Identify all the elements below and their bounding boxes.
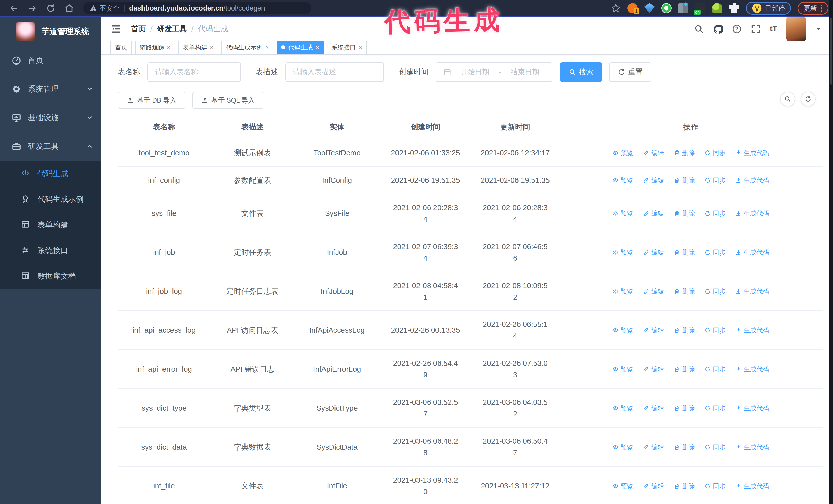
action-preview-link[interactable]: 预览 [612,364,633,374]
action-generate-link[interactable]: 生成代码 [735,175,769,185]
action-generate-link[interactable]: 生成代码 [735,286,769,296]
action-sync-link[interactable]: 同步 [705,364,725,374]
extensions-puzzle-icon[interactable] [729,3,739,13]
action-generate-link[interactable]: 生成代码 [735,442,769,452]
font-size-icon[interactable]: tT [770,24,777,34]
action-edit-link[interactable]: 编辑 [643,286,664,296]
close-icon[interactable]: × [210,44,214,51]
user-avatar[interactable] [786,17,806,41]
browser-back-icon[interactable] [8,3,20,14]
action-preview-link[interactable]: 预览 [612,247,633,257]
action-sync-link[interactable]: 同步 [705,247,725,257]
action-generate-link[interactable]: 生成代码 [735,481,769,491]
sidebar-subitem-2[interactable]: 表单构建 [0,212,101,238]
close-icon[interactable]: × [359,44,362,51]
tab-2[interactable]: 表单构建× [178,41,218,54]
action-generate-link[interactable]: 生成代码 [735,247,769,257]
extension-switch-icon[interactable]: on [695,3,705,13]
action-sync-link[interactable]: 同步 [705,209,725,218]
action-delete-link[interactable]: 删除 [674,442,695,452]
action-preview-link[interactable]: 预览 [612,325,633,335]
action-preview-link[interactable]: 预览 [612,286,633,296]
action-sync-link[interactable]: 同步 [705,481,725,491]
extension-key-icon[interactable] [712,3,722,13]
action-preview-link[interactable]: 预览 [612,148,633,158]
sidebar-subitem-4[interactable]: 数据库文档 [0,263,101,289]
action-edit-link[interactable]: 编辑 [643,364,664,374]
action-delete-link[interactable]: 删除 [674,325,695,335]
action-edit-link[interactable]: 编辑 [643,175,664,185]
action-delete-link[interactable]: 删除 [674,481,695,491]
sidebar-subitem-0[interactable]: 代码生成 [0,161,101,186]
sidebar-logo[interactable]: 芋道管理系统 [0,17,101,46]
action-sync-link[interactable]: 同步 [705,403,725,413]
header-search-icon[interactable] [694,24,704,34]
action-generate-link[interactable]: 生成代码 [735,403,769,413]
action-sync-link[interactable]: 同步 [705,286,725,296]
action-sync-link[interactable]: 同步 [705,442,725,452]
github-icon[interactable] [713,24,723,34]
table-desc-input[interactable]: 请输入表描述 [285,62,384,82]
browser-url-bar[interactable]: 不安全 dashboard.yudao.iocoder.cn/tool/code… [83,2,311,14]
tab-4[interactable]: 代码生成× [277,41,324,54]
extension-gem-icon[interactable] [644,3,654,13]
refresh-table-button[interactable] [801,92,815,106]
reset-button[interactable]: 重置 [609,62,651,82]
chevron-down-icon[interactable] [815,26,822,32]
tab-5[interactable]: 系统接口× [327,41,367,54]
hamburger-icon[interactable] [111,24,121,34]
action-generate-link[interactable]: 生成代码 [735,209,769,218]
browser-forward-icon[interactable] [27,3,38,14]
action-preview-link[interactable]: 预览 [612,442,633,452]
action-edit-link[interactable]: 编辑 [643,148,664,158]
extension-ublock-icon[interactable]: 1 [627,3,638,13]
action-preview-link[interactable]: 预览 [612,403,633,413]
help-icon[interactable] [732,24,742,34]
breadcrumb-tools[interactable]: 研发工具 [157,24,187,34]
action-delete-link[interactable]: 删除 [674,286,695,296]
action-delete-link[interactable]: 删除 [674,403,695,413]
sidebar-item-0[interactable]: 首页 [0,46,101,75]
action-delete-link[interactable]: 删除 [674,209,695,218]
action-sync-link[interactable]: 同步 [705,175,725,185]
tab-1[interactable]: 链路追踪× [135,41,175,54]
extension-panel-icon[interactable] [678,3,688,13]
action-preview-link[interactable]: 预览 [612,481,633,491]
action-delete-link[interactable]: 删除 [674,247,695,257]
action-edit-link[interactable]: 编辑 [643,481,664,491]
action-edit-link[interactable]: 编辑 [643,209,664,218]
browser-menu-icon[interactable] [821,5,823,12]
import-sql-button[interactable]: 基于 SQL 导入 [192,92,264,109]
toggle-search-button[interactable] [780,92,795,106]
close-icon[interactable]: × [265,44,269,51]
sidebar-item-3[interactable]: 研发工具 [0,132,101,161]
extension-check-icon[interactable] [661,3,671,13]
action-generate-link[interactable]: 生成代码 [735,325,769,335]
tab-3[interactable]: 代码生成示例× [221,41,273,54]
profile-paused-button[interactable]: 已暂停 [746,2,791,15]
action-sync-link[interactable]: 同步 [705,325,725,335]
action-generate-link[interactable]: 生成代码 [735,148,769,158]
tab-0[interactable]: 首页 [111,41,132,54]
table-name-input[interactable]: 请输入表名称 [147,62,241,82]
browser-update-button[interactable]: 更新 [798,2,828,15]
action-delete-link[interactable]: 删除 [674,364,695,374]
sidebar-item-2[interactable]: 基础设施 [0,103,101,132]
date-range-picker[interactable]: 开始日期 - 结束日期 [436,62,552,82]
sidebar-subitem-1[interactable]: 代码生成示例 [0,186,101,212]
browser-reload-icon[interactable] [45,3,56,14]
close-icon[interactable]: × [315,44,319,51]
action-edit-link[interactable]: 编辑 [643,403,664,413]
action-preview-link[interactable]: 预览 [612,175,633,185]
close-icon[interactable]: × [167,44,170,51]
fullscreen-icon[interactable] [751,24,761,34]
action-edit-link[interactable]: 编辑 [643,247,664,257]
import-db-button[interactable]: 基于 DB 导入 [118,92,185,109]
sidebar-subitem-3[interactable]: 系统接口 [0,238,101,263]
action-edit-link[interactable]: 编辑 [643,442,664,452]
search-button[interactable]: 搜索 [560,62,602,82]
action-delete-link[interactable]: 删除 [674,148,695,158]
sidebar-item-1[interactable]: 系统管理 [0,75,101,103]
action-generate-link[interactable]: 生成代码 [735,364,769,374]
action-sync-link[interactable]: 同步 [705,148,725,158]
